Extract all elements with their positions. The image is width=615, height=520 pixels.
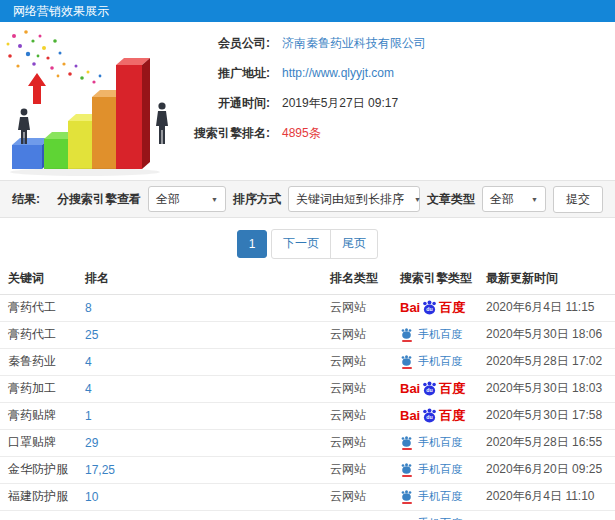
rank-type-cell: 云网站 xyxy=(330,300,366,314)
article-type-selected-value: 全部 xyxy=(490,191,514,208)
bars xyxy=(12,58,150,169)
rank-link[interactable]: 1 xyxy=(85,409,92,423)
mobile-baidu-badge: 手机百度 xyxy=(400,512,462,520)
pagination: 1 下一页 尾页 xyxy=(0,230,615,258)
person-right xyxy=(156,102,168,144)
engine-view-label: 分搜索引擎查看 xyxy=(57,191,141,208)
update-time-cell: 2020年6月4日 11:15 xyxy=(486,300,595,314)
info-value[interactable]: http://www.qlyyjt.com xyxy=(282,66,394,80)
info-row: 会员公司:济南秦鲁药业科技有限公司 xyxy=(182,36,615,50)
hero-section: 会员公司:济南秦鲁药业科技有限公司推广地址:http://www.qlyyjt.… xyxy=(0,22,615,180)
chevron-down-icon: ▼ xyxy=(531,196,538,203)
keyword-cell: 金华防护服 xyxy=(8,462,68,476)
table-row: 膏药代工 8 云网站 Bai du 百度 xyxy=(0,294,615,321)
table-row: 口罩贴牌 29 云网站 Bai du 百度 xyxy=(0,429,615,456)
table-row: 福建防护服 10 云网站 Bai du 百度 xyxy=(0,483,615,510)
info-label: 会员公司: xyxy=(182,36,270,50)
svg-text:du: du xyxy=(427,387,433,393)
table-row: Bai du 百度 xyxy=(0,510,615,520)
table-row: 金华防护服 17,25 云网站 Bai du 百度 xyxy=(0,456,615,483)
up-arrow xyxy=(28,73,46,104)
engine-view-select[interactable]: 全部 ▼ xyxy=(148,186,226,212)
info-label: 搜索引擎排名: xyxy=(182,126,270,140)
confetti-dots xyxy=(7,30,102,83)
engine-view-selected-value: 全部 xyxy=(156,191,180,208)
col-rank: 排名 xyxy=(85,264,330,294)
mobile-baidu-paw-icon xyxy=(400,490,413,504)
table-row: 膏药代工 25 云网站 Bai du 百度 xyxy=(0,321,615,348)
keyword-cell: 秦鲁药业 xyxy=(8,354,56,368)
keyword-cell: 膏药贴牌 xyxy=(8,408,56,422)
col-engine-type: 搜索引擎类型 xyxy=(392,264,486,294)
rank-type-cell: 云网站 xyxy=(330,354,366,368)
page: 网络营销效果展示 xyxy=(0,0,615,520)
rank-link[interactable]: 17,25 xyxy=(85,463,115,477)
update-time-cell: 2020年5月28日 16:55 xyxy=(486,435,602,449)
rank-type-cell: 云网站 xyxy=(330,408,366,422)
mobile-baidu-paw-icon xyxy=(400,355,413,369)
keyword-cell: 口罩贴牌 xyxy=(8,435,56,449)
info-value[interactable]: 济南秦鲁药业科技有限公司 xyxy=(282,36,426,50)
table-row: 膏药贴牌 1 云网站 Bai du 百度 xyxy=(0,402,615,429)
rank-link[interactable]: 4 xyxy=(85,382,92,396)
rank-link[interactable]: 8 xyxy=(85,301,92,315)
baidu-logo: Bai du 百度 xyxy=(400,407,465,425)
info-label: 推广地址: xyxy=(182,66,270,80)
update-time-cell: 2020年6月4日 11:10 xyxy=(486,489,595,503)
table-row: 秦鲁药业 4 云网站 Bai du 百度 xyxy=(0,348,615,375)
last-page-button[interactable]: 尾页 xyxy=(330,230,377,258)
info-row: 搜索引擎排名:4895条 xyxy=(182,126,615,140)
rank-type-cell: 云网站 xyxy=(330,489,366,503)
sort-select[interactable]: 关键词由短到长排序 ▼ xyxy=(288,186,420,212)
update-time-cell: 2020年5月28日 17:02 xyxy=(486,354,602,368)
mobile-baidu-badge: 手机百度 xyxy=(400,354,462,369)
baidu-paw-icon: du xyxy=(421,408,438,423)
svg-text:du: du xyxy=(427,306,433,312)
keyword-cell: 膏药代工 xyxy=(8,300,56,314)
info-row: 推广地址:http://www.qlyyjt.com xyxy=(182,66,615,80)
page-title: 网络营销效果展示 xyxy=(13,4,109,18)
sort-label: 排序方式 xyxy=(233,191,281,208)
article-type-select[interactable]: 全部 ▼ xyxy=(482,186,546,212)
col-update-time: 最新更新时间 xyxy=(486,264,615,294)
mobile-baidu-paw-icon xyxy=(400,436,413,450)
chevron-down-icon: ▼ xyxy=(211,196,218,203)
rank-link[interactable]: 4 xyxy=(85,355,92,369)
baidu-paw-icon: du xyxy=(421,300,438,315)
mobile-baidu-badge: 手机百度 xyxy=(400,462,462,477)
mobile-baidu-badge: 手机百度 xyxy=(400,435,462,450)
table-row: 膏药加工 4 云网站 Bai du 百度 xyxy=(0,375,615,402)
next-page-button[interactable]: 下一页 xyxy=(272,230,330,258)
submit-button[interactable]: 提交 xyxy=(553,186,603,213)
table-header-row: 关键词 排名 排名类型 搜索引擎类型 最新更新时间 xyxy=(0,264,615,294)
result-label: 结果: xyxy=(12,191,40,208)
mobile-baidu-badge: 手机百度 xyxy=(400,489,462,504)
chevron-down-icon: ▼ xyxy=(414,196,421,203)
info-row: 开通时间:2019年5月27日 09:17 xyxy=(182,96,615,110)
rank-link[interactable]: 25 xyxy=(85,328,98,342)
update-time-cell: 2020年5月30日 18:06 xyxy=(486,327,602,341)
update-time-cell: 2020年6月20日 09:25 xyxy=(486,462,602,476)
mobile-baidu-paw-icon xyxy=(400,328,413,342)
page-title-bar: 网络营销效果展示 xyxy=(0,0,615,22)
rank-link[interactable]: 10 xyxy=(85,490,98,504)
col-rank-type: 排名类型 xyxy=(330,264,392,294)
ranking-table: 关键词 排名 排名类型 搜索引擎类型 最新更新时间 膏药代工 8 云网站 Bai… xyxy=(0,264,615,520)
update-time-cell: 2020年5月30日 17:58 xyxy=(486,408,602,422)
baidu-paw-icon: du xyxy=(421,381,438,396)
info-label: 开通时间: xyxy=(182,96,270,110)
keyword-cell: 福建防护服 xyxy=(8,489,68,503)
keyword-cell: 膏药加工 xyxy=(8,381,56,395)
company-info: 会员公司:济南秦鲁药业科技有限公司推广地址:http://www.qlyyjt.… xyxy=(182,26,615,180)
rank-type-cell: 云网站 xyxy=(330,381,366,395)
article-type-label: 文章类型 xyxy=(427,191,475,208)
keyword-cell: 膏药代工 xyxy=(8,327,56,341)
rank-link[interactable]: 29 xyxy=(85,436,98,450)
col-keyword: 关键词 xyxy=(0,264,85,294)
bar-chart-graphic xyxy=(0,26,182,180)
baidu-logo: Bai du 百度 xyxy=(400,380,465,398)
rank-type-cell: 云网站 xyxy=(330,327,366,341)
sort-selected-value: 关键词由短到长排序 xyxy=(296,191,404,208)
page-1-button[interactable]: 1 xyxy=(237,230,267,258)
mobile-baidu-paw-icon xyxy=(400,463,413,477)
